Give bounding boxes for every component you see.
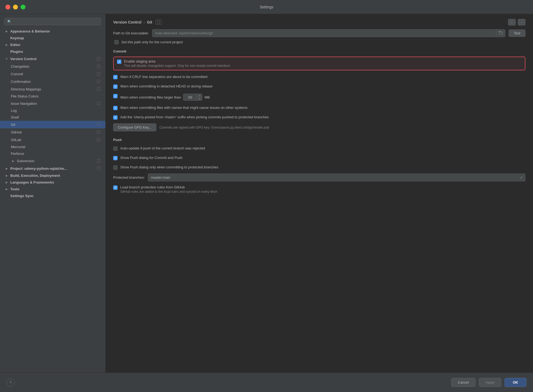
path-folder-button[interactable] bbox=[496, 30, 505, 37]
pin-icon bbox=[96, 130, 101, 135]
cherry-pick-label: Add the 'cherry-picked from <hash>' suff… bbox=[120, 115, 269, 119]
help-button[interactable]: ? bbox=[6, 378, 15, 387]
spinner-up-button[interactable]: ▲ bbox=[197, 94, 202, 97]
close-button[interactable] bbox=[5, 5, 10, 9]
protected-branches-row: Protected branches: ⤢ bbox=[113, 174, 525, 181]
search-icon: 🔍 bbox=[7, 20, 11, 24]
path-input-text: Auto-detected: /opt/homebrew/bin/git bbox=[152, 30, 496, 37]
nav-forward-button[interactable]: → bbox=[518, 19, 525, 25]
show-push-protected-row: Show Push dialog only when committing to… bbox=[113, 164, 525, 171]
sidebar-item-file-status-colors[interactable]: File Status Colors bbox=[0, 93, 105, 100]
sidebar-item-gitlab[interactable]: GitLab bbox=[0, 136, 105, 143]
load-branch-protection-checkbox[interactable] bbox=[113, 185, 118, 190]
sidebar-item-project[interactable]: ▶ Project: udemy-python-sqlalche... bbox=[0, 165, 105, 172]
pin-icon bbox=[96, 137, 101, 142]
warn-large-files-checkbox[interactable] bbox=[113, 94, 118, 98]
sidebar-item-editor[interactable]: ▶ Editor bbox=[0, 41, 105, 48]
warn-names-row: Warn when committing files with names th… bbox=[113, 104, 525, 111]
sidebar-item-perforce[interactable]: Perforce bbox=[0, 150, 105, 157]
ok-button[interactable]: OK bbox=[505, 378, 527, 387]
current-project-row: Set this path only for the current proje… bbox=[113, 40, 525, 44]
sidebar-item-shelf[interactable]: Shelf bbox=[0, 114, 105, 121]
apply-button[interactable]: Apply bbox=[479, 378, 501, 387]
load-branch-protection-label: Load branch protection rules from GitHub bbox=[120, 185, 217, 189]
chevron-right-icon: ▶ bbox=[4, 181, 9, 184]
warn-crlf-checkbox[interactable] bbox=[113, 75, 118, 79]
pin-icon bbox=[96, 64, 101, 69]
sidebar-item-log[interactable]: Log bbox=[0, 107, 105, 114]
chevron-right-icon: ▶ bbox=[4, 43, 9, 46]
sidebar-item-tools[interactable]: ▶ Tools bbox=[0, 186, 105, 192]
auto-update-row: Auto-update if push of the current branc… bbox=[113, 145, 525, 152]
chevron-right-icon: ▶ bbox=[11, 159, 16, 162]
minimize-button[interactable] bbox=[13, 5, 18, 9]
warn-large-files-row: Warn when committing files larger than ▲… bbox=[113, 93, 525, 102]
sidebar-item-languages-frameworks[interactable]: ▶ Languages & Frameworks bbox=[0, 179, 105, 186]
sidebar-item-changelists[interactable]: Changelists bbox=[0, 63, 105, 70]
show-push-protected-checkbox[interactable] bbox=[113, 165, 118, 170]
file-size-input-container: ▲ ▼ bbox=[183, 94, 202, 101]
pin-icon bbox=[96, 79, 101, 84]
sidebar-item-settings-sync[interactable]: Settings Sync bbox=[0, 192, 105, 199]
spinner-down-button[interactable]: ▼ bbox=[197, 97, 202, 100]
sidebar-item-git[interactable]: Git bbox=[0, 121, 105, 128]
auto-update-checkbox[interactable] bbox=[113, 146, 118, 151]
show-push-dialog-label: Show Push dialog for Commit and Push bbox=[120, 156, 183, 160]
commit-section: Commit Enable staging area This will dis… bbox=[113, 49, 525, 131]
maximize-button[interactable] bbox=[21, 5, 25, 9]
warn-large-files-label: Warn when committing files larger than bbox=[120, 95, 181, 99]
warn-detached-checkbox[interactable] bbox=[113, 84, 118, 89]
protected-branches-input[interactable] bbox=[148, 174, 518, 181]
file-size-unit: MB bbox=[204, 95, 210, 99]
sidebar-item-github[interactable]: GitHub bbox=[0, 128, 105, 136]
test-button[interactable]: Test bbox=[509, 30, 525, 37]
show-push-dialog-checkbox[interactable] bbox=[113, 156, 118, 160]
push-section-header: Push bbox=[113, 138, 525, 142]
enable-staging-checkbox[interactable] bbox=[117, 60, 121, 64]
window-title: Settings bbox=[260, 5, 274, 9]
load-branch-protection-row: Load branch protection rules from GitHub… bbox=[113, 184, 525, 195]
search-input[interactable] bbox=[13, 19, 98, 24]
pin-icon bbox=[96, 87, 101, 92]
sidebar-item-confirmation[interactable]: Confirmation bbox=[0, 78, 105, 85]
load-branch-protection-sublabel: GitHub rules are added to the local rule… bbox=[120, 190, 217, 194]
sidebar-item-version-control[interactable]: ▼ Version Control bbox=[0, 55, 105, 63]
configure-gpg-button[interactable]: Configure GPG Key... bbox=[113, 123, 156, 131]
file-size-input[interactable] bbox=[183, 94, 197, 100]
pin-icon bbox=[96, 71, 101, 76]
pin-icon bbox=[96, 166, 101, 171]
chevron-down-icon: ▼ bbox=[4, 57, 9, 60]
sidebar-item-mercurial[interactable]: Mercurial bbox=[0, 143, 105, 150]
breadcrumb-parent: Version Control bbox=[113, 20, 141, 24]
main-container: 🔍 ▶ Appearance & Behavior Keymap ▶ Edito… bbox=[0, 14, 533, 373]
enable-staging-content: Enable staging area This will disable ch… bbox=[124, 59, 231, 68]
breadcrumb-bar: Version Control › Git ← → bbox=[106, 14, 533, 29]
sidebar: 🔍 ▶ Appearance & Behavior Keymap ▶ Edito… bbox=[0, 14, 106, 373]
enable-staging-sublabel: This will disable changelists support. O… bbox=[124, 64, 231, 68]
warn-names-checkbox[interactable] bbox=[113, 106, 118, 110]
cherry-pick-checkbox[interactable] bbox=[113, 115, 118, 120]
search-wrapper[interactable]: 🔍 bbox=[4, 18, 101, 25]
sidebar-item-keymap[interactable]: Keymap bbox=[0, 35, 105, 41]
breadcrumb-current: Git bbox=[147, 20, 152, 24]
sidebar-item-issue-navigation[interactable]: Issue Navigation bbox=[0, 100, 105, 107]
nav-back-button[interactable]: ← bbox=[508, 19, 516, 25]
cancel-button[interactable]: Cancel bbox=[451, 378, 476, 387]
sidebar-item-build-execution[interactable]: ▶ Build, Execution, Deployment bbox=[0, 172, 105, 179]
current-project-checkbox[interactable] bbox=[114, 40, 119, 44]
sidebar-item-directory-mappings[interactable]: Directory Mappings bbox=[0, 85, 105, 93]
search-container: 🔍 bbox=[0, 14, 105, 28]
current-project-label: Set this path only for the current proje… bbox=[121, 40, 183, 44]
pin-icon bbox=[96, 101, 101, 106]
sidebar-item-subversion[interactable]: ▶ Subversion bbox=[0, 157, 105, 165]
sidebar-item-commit[interactable]: Commit bbox=[0, 70, 105, 78]
show-push-protected-label: Show Push dialog only when committing to… bbox=[120, 165, 218, 169]
push-section: Push Auto-update if push of the current … bbox=[113, 138, 525, 195]
expand-protected-button[interactable]: ⤢ bbox=[518, 174, 525, 181]
path-label: Path to Git executable: bbox=[113, 31, 149, 35]
sidebar-item-appearance[interactable]: ▶ Appearance & Behavior bbox=[0, 28, 105, 35]
sidebar-item-plugins[interactable]: Plugins bbox=[0, 48, 105, 55]
window-controls bbox=[5, 5, 25, 9]
commit-section-header: Commit bbox=[113, 49, 525, 53]
warn-crlf-label: Warn if CRLF line separators are about t… bbox=[120, 75, 207, 79]
